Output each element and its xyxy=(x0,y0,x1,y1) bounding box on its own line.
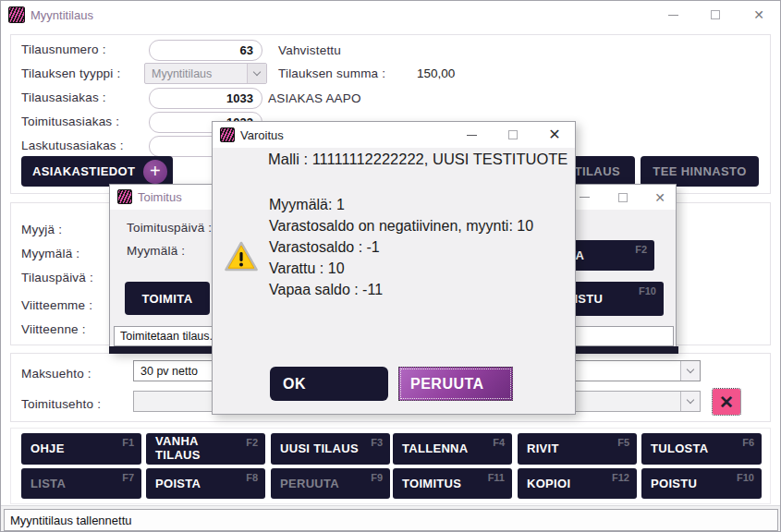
toimita-button[interactable]: TOIMITA xyxy=(125,282,210,315)
maximize-button[interactable] xyxy=(696,1,735,29)
warning-line: Varastosaldo : -1 xyxy=(269,239,380,256)
fkey-label: F1 xyxy=(122,437,134,448)
tilausasiakas-input[interactable] xyxy=(149,88,262,109)
tallenna-button[interactable]: TALLENNAF4 xyxy=(393,433,512,465)
tilausnumero-label: Tilausnumero : xyxy=(21,42,106,56)
chevron-down-icon xyxy=(687,366,694,373)
main-window-title: Myyntitilaus xyxy=(31,8,93,22)
maximize-icon xyxy=(618,193,628,202)
uusi-tilaus-button[interactable]: UUSI TILAUSF3 xyxy=(271,433,390,465)
fkey-label: F2 xyxy=(246,437,258,448)
order-type-select[interactable]: Myyntitilaus xyxy=(144,63,267,84)
close-button[interactable]: ✕ xyxy=(538,122,571,148)
order-type-dropdown-button[interactable] xyxy=(247,64,266,83)
toimitusasiakas-label: Toimitusasiakas : xyxy=(21,115,119,128)
chevron-down-icon xyxy=(253,68,261,76)
kopioi-button[interactable]: KOPIOIF12 xyxy=(518,468,637,499)
fkey-label: F3 xyxy=(371,437,383,448)
tilauspaiva-label: Tilauspäivä : xyxy=(21,271,93,284)
warning-triangle-icon xyxy=(224,240,259,273)
asiakastiedot-button[interactable]: ASIAKASTIEDOT + xyxy=(21,156,173,187)
poista-button[interactable]: POISTAF8 xyxy=(146,468,265,499)
poistu-button-label: POISTU xyxy=(651,477,697,490)
laskutusasiakas-label: Laskutusasiakas : xyxy=(21,139,124,152)
toimitus-button-label: TOIMITUS xyxy=(402,477,461,490)
minimize-button[interactable] xyxy=(653,1,692,29)
viitteenne-label: Viitteenne : xyxy=(21,322,86,336)
toimitus-status-text: Toimitetaan tilaus.. xyxy=(120,330,216,343)
toimitusehto-dropdown-button[interactable] xyxy=(680,392,700,411)
tilauksen-summa-value: 150,00 xyxy=(417,66,455,80)
rivit-button-label: RIVIT xyxy=(527,442,559,456)
fkey-label: F11 xyxy=(488,472,505,483)
poistu-button[interactable]: POISTUF10 xyxy=(641,468,762,499)
fkey-label: F2 xyxy=(635,244,647,255)
asiakastiedot-button-label: ASIAKASTIEDOT xyxy=(32,164,135,178)
app-icon xyxy=(8,6,25,23)
tulosta-button-label: TULOSTA xyxy=(651,442,709,456)
tulosta-button[interactable]: TULOSTAF6 xyxy=(641,433,762,465)
warning-line: Varastosaldo on negatiivinen, myynti: 10 xyxy=(269,218,533,235)
close-icon: ✕ xyxy=(753,8,764,21)
tee-hinnasto-button-label: TEE HINNASTO xyxy=(653,164,746,178)
ohje-button[interactable]: OHJEF1 xyxy=(21,433,141,465)
fkey-label: F8 xyxy=(246,472,258,483)
main-window: Myyntitilaus ✕ Tilausnumero : Vahvistett… xyxy=(0,0,781,532)
maksuehto-dropdown-button[interactable] xyxy=(680,361,700,381)
fkey-label: F10 xyxy=(639,285,656,296)
warning-line: Myymälä: 1 xyxy=(269,197,345,213)
maximize-button[interactable] xyxy=(496,122,530,148)
maximize-icon xyxy=(508,130,518,139)
warning-titlebar: Varoitus ✕ xyxy=(213,122,575,148)
main-titlebar: Myyntitilaus ✕ xyxy=(1,1,780,29)
tilauksen-tyyppi-label: Tilauksen tyyppi : xyxy=(21,66,120,80)
fkey-label: F4 xyxy=(493,437,505,448)
tilauksen-summa-label: Tilauksen summa : xyxy=(278,66,385,80)
peruuta-dialog-button[interactable]: PERUUTA xyxy=(398,367,513,401)
close-icon: ✕ xyxy=(654,191,665,204)
tilausnumero-input[interactable] xyxy=(149,40,262,61)
order-type-value: Myyntitilaus xyxy=(145,64,247,83)
viitteemme-label: Viitteemme : xyxy=(21,298,92,312)
toimitus-button[interactable]: TOIMITUSF11 xyxy=(393,468,512,499)
ok-button[interactable]: OK xyxy=(270,367,388,401)
rivit-button[interactable]: RIVITF5 xyxy=(518,433,637,465)
tee-hinnasto-button[interactable]: TEE HINNASTO xyxy=(641,156,759,187)
plus-icon[interactable]: + xyxy=(143,160,167,184)
peruuta-button: PERUUTAF9 xyxy=(271,468,390,499)
tilausasiakas-label: Tilausasiakas : xyxy=(21,91,106,104)
maksuehto-label: Maksuehto : xyxy=(21,367,92,381)
tilausasiakas-name: ASIAKAS AAPO xyxy=(268,91,361,105)
minimize-icon xyxy=(668,15,678,16)
ok-button-label: OK xyxy=(283,376,306,393)
myymala-label: Myymälä : xyxy=(21,247,79,260)
toimita-button-label: TOIMITA xyxy=(141,292,192,306)
ohje-button-label: OHJE xyxy=(31,442,65,456)
peruuta-dialog-button-label: PERUUTA xyxy=(410,376,484,393)
maximize-button[interactable] xyxy=(606,185,640,210)
close-icon: ✕ xyxy=(548,127,560,142)
fkey-label: F10 xyxy=(737,472,754,483)
minimize-icon xyxy=(467,135,477,136)
warning-line: Vapaa saldo : -11 xyxy=(269,282,383,298)
warning-malli-line: Malli : 11111112222222, UUSI TESTITUOTE xyxy=(268,151,567,168)
lista-button: LISTAF7 xyxy=(21,468,141,499)
myyja-label: Myyjä : xyxy=(21,223,62,236)
warning-dialog-title: Varoitus xyxy=(240,128,284,142)
vahvistettu-label: Vahvistettu xyxy=(278,43,341,57)
warning-dialog: Varoitus ✕ Malli : 11111112222222, UUSI … xyxy=(212,121,576,415)
fkey-label: F7 xyxy=(122,472,134,483)
status-bar-text-box: Myyntitilaus tallennettu xyxy=(4,509,778,531)
peruuta-button-label: PERUUTA xyxy=(280,477,339,490)
lista-button-label: LISTA xyxy=(31,477,66,490)
close-button[interactable]: ✕ xyxy=(643,185,677,210)
toimituspaiva-label: Toimituspäivä : xyxy=(127,221,212,235)
fkey-label: F9 xyxy=(371,472,383,483)
vanha-tilaus-button[interactable]: VANHA TILAUSF2 xyxy=(146,433,265,465)
uusi-tilaus-button-label: UUSI TILAUS xyxy=(280,442,359,456)
close-button[interactable]: ✕ xyxy=(739,1,778,29)
toimitus-dialog-title: Toimitus xyxy=(138,190,182,204)
toimitusehto-clear-button[interactable]: ✕ xyxy=(713,389,740,415)
minimize-button[interactable] xyxy=(455,122,488,148)
fkey-label: F6 xyxy=(742,437,754,448)
